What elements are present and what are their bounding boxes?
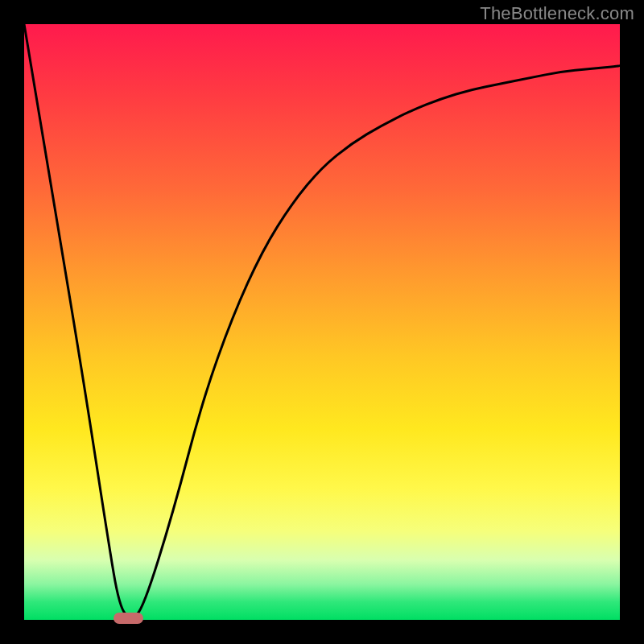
optimal-range-marker: [114, 613, 143, 624]
plot-area: [24, 24, 620, 620]
chart-frame: TheBottleneck.com: [0, 0, 644, 644]
watermark-text: TheBottleneck.com: [480, 3, 634, 24]
bottleneck-curve: [24, 24, 620, 617]
curve-svg: [24, 24, 620, 620]
